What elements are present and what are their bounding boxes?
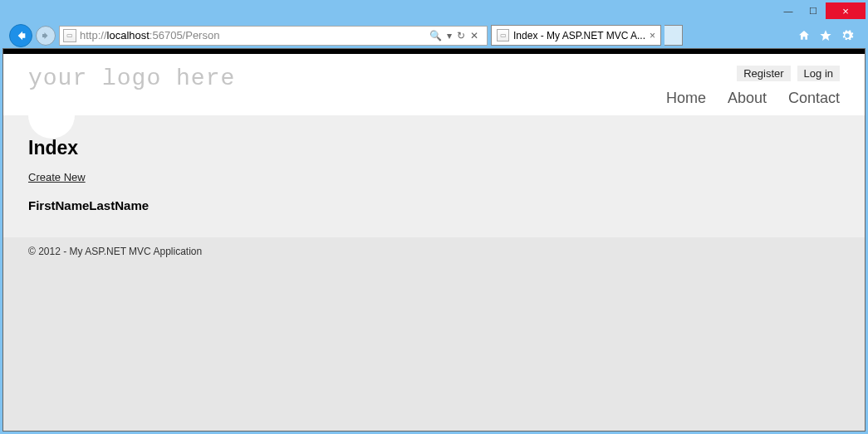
header-right: Register Log in Home About Contact bbox=[666, 66, 840, 107]
browser-window: — ☐ × ▭ http://localhost:56705/Person 🔍 … bbox=[2, 2, 866, 432]
register-link[interactable]: Register bbox=[737, 66, 790, 81]
browser-icons bbox=[797, 29, 861, 42]
content-area: your logo here Register Log in Home Abou… bbox=[2, 48, 866, 432]
url-port: :56705 bbox=[150, 29, 183, 41]
nav-about[interactable]: About bbox=[728, 90, 767, 107]
url-host: localhost bbox=[107, 29, 150, 41]
page-header: your logo here Register Log in Home Abou… bbox=[3, 54, 865, 115]
gear-icon[interactable] bbox=[841, 29, 854, 42]
stop-icon[interactable]: ✕ bbox=[470, 30, 478, 41]
tab-favicon: ▭ bbox=[497, 29, 509, 41]
decorative-circle bbox=[28, 92, 75, 139]
address-tools: 🔍 ▾ ↻ ✕ bbox=[424, 30, 483, 41]
site-logo[interactable]: your logo here bbox=[28, 66, 235, 91]
tab-title: Index - My ASP.NET MVC A... bbox=[513, 30, 645, 41]
url-path: /Person bbox=[183, 29, 220, 41]
footer: © 2012 - My ASP.NET MVC Application bbox=[3, 237, 865, 266]
page-body: Index Create New FirstNameLastName bbox=[3, 115, 865, 237]
refresh-icon[interactable]: ↻ bbox=[457, 30, 465, 41]
footer-text: © 2012 - My ASP.NET MVC Application bbox=[28, 246, 202, 257]
titlebar: — ☐ × bbox=[2, 2, 866, 22]
column-firstname: FirstName bbox=[28, 198, 89, 212]
home-icon[interactable] bbox=[797, 29, 811, 42]
maximize-button[interactable]: ☐ bbox=[801, 2, 826, 19]
login-link[interactable]: Log in bbox=[797, 66, 840, 81]
star-icon[interactable] bbox=[819, 29, 832, 42]
tab-close-icon[interactable]: × bbox=[650, 30, 655, 41]
window-controls: — ☐ × bbox=[776, 2, 866, 19]
close-button[interactable]: × bbox=[826, 2, 866, 19]
nav-home[interactable]: Home bbox=[666, 90, 706, 107]
auth-links: Register Log in bbox=[737, 66, 840, 81]
search-icon[interactable]: 🔍 bbox=[429, 30, 442, 41]
browser-toolbar: ▭ http://localhost:56705/Person 🔍 ▾ ↻ ✕ … bbox=[2, 22, 866, 48]
page-icon: ▭ bbox=[63, 29, 76, 42]
column-lastname: LastName bbox=[89, 198, 149, 212]
nav-links: Home About Contact bbox=[666, 90, 840, 107]
arrow-left-icon bbox=[14, 29, 27, 42]
new-tab-button[interactable] bbox=[664, 25, 683, 46]
minimize-button[interactable]: — bbox=[776, 2, 801, 19]
create-new-link[interactable]: Create New bbox=[28, 171, 86, 183]
browser-tab[interactable]: ▭ Index - My ASP.NET MVC A... × bbox=[491, 25, 661, 46]
back-button[interactable] bbox=[9, 24, 32, 47]
address-bar[interactable]: ▭ http://localhost:56705/Person 🔍 ▾ ↻ ✕ bbox=[59, 26, 488, 46]
url-prefix: http:// bbox=[80, 29, 107, 41]
page: your logo here Register Log in Home Abou… bbox=[3, 54, 865, 237]
page-title: Index bbox=[28, 137, 840, 159]
url-text: http://localhost:56705/Person bbox=[80, 29, 424, 41]
nav-contact[interactable]: Contact bbox=[788, 90, 840, 107]
table-header: FirstNameLastName bbox=[28, 198, 840, 212]
arrow-right-icon bbox=[41, 31, 51, 41]
dropdown-icon[interactable]: ▾ bbox=[447, 30, 452, 41]
forward-button[interactable] bbox=[36, 26, 56, 46]
